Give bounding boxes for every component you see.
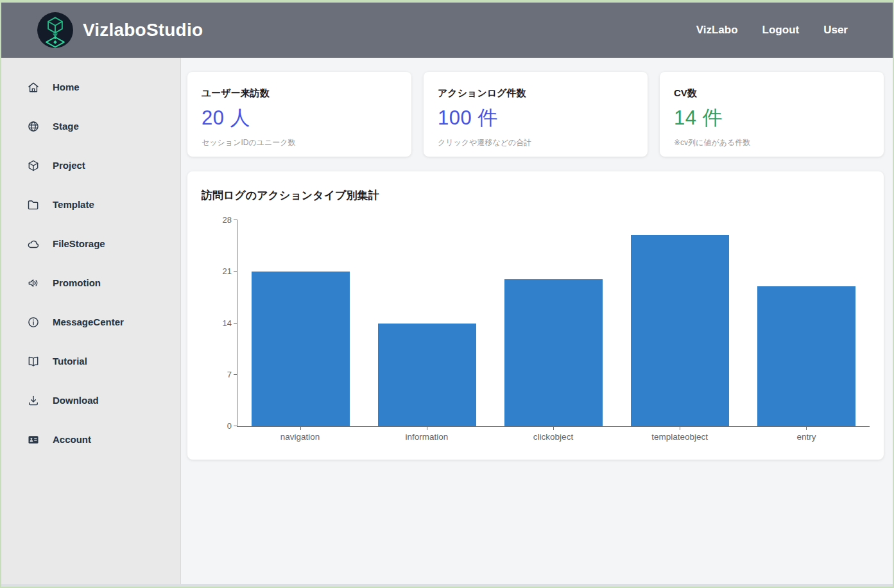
- stat-value: 14 件: [674, 105, 870, 132]
- y-tick-label: 7: [227, 370, 232, 379]
- x-tick-mark: [300, 427, 301, 430]
- app-header: VizlaboStudio VizLabo Logout User: [1, 3, 893, 58]
- sidebar-item-label: Home: [53, 82, 80, 92]
- bar-slot: [237, 220, 364, 426]
- sidebar-item-label: FileStorage: [53, 238, 105, 249]
- cloud-icon: [27, 238, 40, 250]
- nav-vizlabo-link[interactable]: VizLabo: [696, 24, 738, 37]
- x-tick-label: information: [363, 432, 490, 442]
- x-tick-mark: [553, 427, 554, 430]
- chart-title: 訪問ログのアクションタイプ別集計: [202, 188, 870, 203]
- stat-card-visitors: ユーザー来訪数 20 人 セッションIDのユニーク数: [187, 72, 411, 157]
- sidebar-item-label: MessageCenter: [53, 316, 124, 327]
- folder-icon: [27, 198, 40, 211]
- x-label-slot: clickobject: [490, 427, 616, 442]
- id-card-icon: [27, 433, 40, 446]
- x-axis-labels: navigationinformationclickobjecttemplate…: [237, 427, 870, 442]
- action-type-chart-card: 訪問ログのアクションタイプ別集計 07142128 navigationinfo…: [187, 171, 884, 460]
- home-icon: [27, 81, 40, 94]
- app-title: VizlaboStudio: [83, 20, 203, 40]
- nav-logout-link[interactable]: Logout: [762, 24, 800, 37]
- stat-card-action-logs: アクションログ件数 100 件 クリックや遷移などの合計: [424, 72, 648, 157]
- sidebar-item-account[interactable]: Account: [1, 420, 180, 459]
- globe-icon: [27, 120, 40, 133]
- sidebar-item-label: Promotion: [53, 277, 101, 288]
- stat-title: ユーザー来訪数: [202, 87, 397, 99]
- stat-value: 20 人: [202, 105, 397, 132]
- bar-clickobject: [504, 279, 603, 426]
- x-tick-mark: [806, 427, 807, 430]
- x-label-slot: navigation: [237, 427, 363, 442]
- bar-information: [378, 324, 477, 427]
- bar-plot: 07142128: [237, 220, 870, 427]
- horizontal-scrollbar[interactable]: [1, 584, 893, 587]
- y-tick-mark: [234, 426, 237, 426]
- vizlabo-logo-icon: [37, 12, 74, 49]
- sidebar-item-project[interactable]: Project: [1, 146, 180, 185]
- main-content: ユーザー来訪数 20 人 セッションIDのユニーク数 アクションログ件数 100…: [181, 58, 893, 584]
- sidebar: Home Stage Project Template FileStorage: [1, 58, 181, 584]
- sidebar-item-label: Account: [53, 434, 91, 445]
- x-label-slot: templateobject: [617, 427, 743, 442]
- sidebar-item-stage[interactable]: Stage: [1, 107, 180, 146]
- speaker-icon: [27, 277, 40, 290]
- sidebar-item-tutorial[interactable]: Tutorial: [1, 342, 180, 381]
- bar-navigation: [252, 272, 350, 426]
- y-tick-label: 14: [223, 319, 232, 328]
- header-nav: VizLabo Logout User: [696, 24, 848, 37]
- cube-icon: [27, 159, 40, 172]
- sidebar-item-label: Download: [53, 395, 99, 406]
- x-tick-mark: [427, 427, 427, 430]
- sidebar-item-promotion[interactable]: Promotion: [1, 263, 180, 302]
- sidebar-item-label: Tutorial: [53, 356, 87, 367]
- x-label-slot: information: [363, 427, 490, 442]
- stat-value: 100 件: [438, 105, 633, 132]
- sidebar-item-label: Template: [53, 199, 94, 210]
- sidebar-item-download[interactable]: Download: [1, 381, 180, 420]
- download-icon: [27, 394, 40, 407]
- bar-entry: [757, 286, 856, 426]
- stat-title: アクションログ件数: [438, 87, 633, 99]
- x-label-slot: entry: [743, 427, 870, 442]
- x-tick-label: templateobject: [617, 432, 743, 442]
- brand-home-link[interactable]: VizlaboStudio: [37, 12, 203, 49]
- sidebar-item-label: Stage: [53, 121, 79, 132]
- open-book-icon: [27, 355, 40, 368]
- sidebar-item-home[interactable]: Home: [1, 67, 180, 107]
- x-tick-label: clickobject: [490, 432, 616, 442]
- bar-slot: [490, 220, 617, 426]
- y-tick-label: 0: [227, 422, 232, 431]
- x-tick-label: navigation: [237, 432, 363, 442]
- x-tick-label: entry: [743, 432, 870, 442]
- sidebar-item-template[interactable]: Template: [1, 185, 180, 224]
- y-tick-mark: [234, 220, 237, 220]
- info-circle-icon: [27, 316, 40, 329]
- y-tick-mark: [234, 271, 237, 272]
- bar-slot: [743, 220, 870, 426]
- sidebar-item-label: Project: [53, 160, 85, 171]
- nav-user-link[interactable]: User: [823, 24, 848, 37]
- stat-note: クリックや遷移などの合計: [438, 137, 633, 148]
- x-tick-mark: [680, 427, 680, 430]
- bar-slot: [617, 220, 743, 426]
- y-tick-mark: [234, 323, 237, 324]
- bar-slot: [364, 220, 490, 426]
- bar-templateobject: [631, 235, 730, 426]
- stat-note: セッションIDのユニーク数: [202, 137, 397, 148]
- stats-row: ユーザー来訪数 20 人 セッションIDのユニーク数 アクションログ件数 100…: [187, 72, 884, 157]
- sidebar-item-filestorage[interactable]: FileStorage: [1, 224, 180, 263]
- stat-note: ※cv列に値がある件数: [674, 137, 870, 148]
- stat-title: CV数: [674, 87, 870, 99]
- y-tick-label: 21: [223, 267, 232, 276]
- sidebar-item-messagecenter[interactable]: MessageCenter: [1, 302, 180, 342]
- y-tick-label: 28: [223, 216, 232, 225]
- y-tick-mark: [234, 374, 237, 375]
- stat-card-cv: CV数 14 件 ※cv列に値がある件数: [660, 72, 884, 157]
